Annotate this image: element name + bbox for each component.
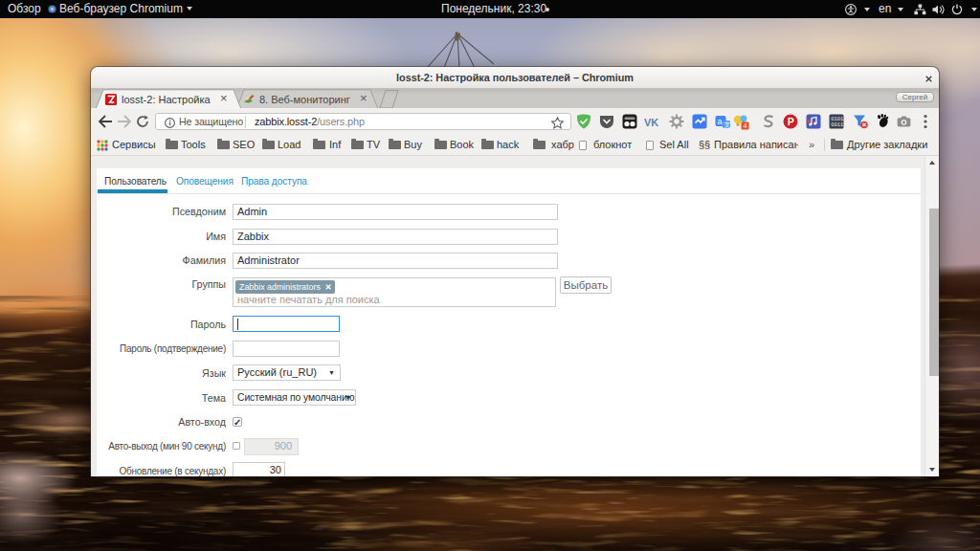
svg-text:P: P: [788, 116, 794, 127]
svg-text:4: 4: [743, 121, 746, 130]
svg-text:a: a: [718, 117, 723, 126]
svg-text:文: 文: [724, 121, 731, 128]
svg-text:VK: VK: [644, 117, 658, 128]
svg-text:0011: 0011: [831, 122, 843, 128]
